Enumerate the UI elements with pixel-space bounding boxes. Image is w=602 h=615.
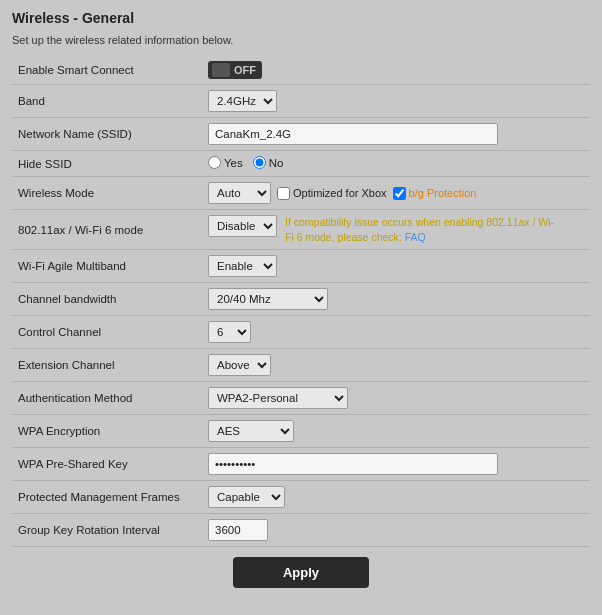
hide-ssid-control: Yes No [202, 151, 590, 177]
channel-bw-select[interactable]: 20/40 Mhz 20 Mhz 40 Mhz [208, 288, 328, 310]
auth-method-select[interactable]: WPA2-Personal WPA-Personal Open System [208, 387, 348, 409]
control-channel-label: Control Channel [12, 316, 202, 349]
ssid-control [202, 118, 590, 151]
page-subtitle: Set up the wireless related information … [12, 34, 590, 46]
band-select[interactable]: 2.4GHz 5GHz [208, 90, 277, 112]
hide-ssid-no-radio[interactable] [253, 156, 266, 169]
wireless-general-page: Wireless - General Set up the wireless r… [0, 0, 602, 615]
pmf-select[interactable]: Capable Disable Required [208, 486, 285, 508]
wifi6-warning: If compatibility issue occurs when enabl… [285, 215, 555, 244]
extension-channel-row: Extension Channel Above Below [12, 349, 590, 382]
pmf-label: Protected Management Frames [12, 481, 202, 514]
channel-bw-label: Channel bandwidth [12, 283, 202, 316]
toggle-thumb [212, 63, 230, 77]
group-key-control [202, 514, 590, 547]
wpa-key-control [202, 448, 590, 481]
bg-protection-text: b/g Protection [409, 187, 477, 199]
wifi-agile-select[interactable]: Enable Disable [208, 255, 277, 277]
hide-ssid-yes-radio[interactable] [208, 156, 221, 169]
control-channel-row: Control Channel 12345 67891011 [12, 316, 590, 349]
wpa-key-label: WPA Pre-Shared Key [12, 448, 202, 481]
channel-bw-control: 20/40 Mhz 20 Mhz 40 Mhz [202, 283, 590, 316]
wifi6-controls: Disable Enable If compatibility issue oc… [208, 215, 555, 244]
extension-channel-label: Extension Channel [12, 349, 202, 382]
apply-bar: Apply [12, 557, 590, 588]
wpa-encryption-select[interactable]: AES TKIP AES+TKIP [208, 420, 294, 442]
group-key-input[interactable] [208, 519, 268, 541]
wifi-agile-row: Wi-Fi Agile Multiband Enable Disable [12, 250, 590, 283]
wpa-encryption-label: WPA Encryption [12, 415, 202, 448]
band-row: Band 2.4GHz 5GHz [12, 85, 590, 118]
hide-ssid-label: Hide SSID [12, 151, 202, 177]
wireless-mode-control: Auto N only B/G/N Optimized for Xbox b/g… [202, 177, 590, 210]
group-key-label: Group Key Rotation Interval [12, 514, 202, 547]
wireless-mode-row: Wireless Mode Auto N only B/G/N Optimize… [12, 177, 590, 210]
wpa-encryption-control: AES TKIP AES+TKIP [202, 415, 590, 448]
hide-ssid-no-label: No [269, 157, 284, 169]
hide-ssid-radio-group: Yes No [208, 156, 283, 169]
ssid-row: Network Name (SSID) [12, 118, 590, 151]
bg-protection-label[interactable]: b/g Protection [393, 187, 477, 200]
control-channel-control: 12345 67891011 [202, 316, 590, 349]
faq-link[interactable]: FAQ [405, 231, 426, 243]
wireless-mode-controls: Auto N only B/G/N Optimized for Xbox b/g… [208, 182, 476, 204]
auth-method-control: WPA2-Personal WPA-Personal Open System [202, 382, 590, 415]
wifi-agile-label: Wi-Fi Agile Multiband [12, 250, 202, 283]
smart-connect-label: Enable Smart Connect [12, 56, 202, 85]
wpa-key-row: WPA Pre-Shared Key [12, 448, 590, 481]
wpa-encryption-row: WPA Encryption AES TKIP AES+TKIP [12, 415, 590, 448]
auth-method-label: Authentication Method [12, 382, 202, 415]
toggle-off-label: OFF [234, 64, 256, 76]
hide-ssid-row: Hide SSID Yes No [12, 151, 590, 177]
auth-method-row: Authentication Method WPA2-Personal WPA-… [12, 382, 590, 415]
wireless-mode-label: Wireless Mode [12, 177, 202, 210]
channel-bw-row: Channel bandwidth 20/40 Mhz 20 Mhz 40 Mh… [12, 283, 590, 316]
wireless-mode-select[interactable]: Auto N only B/G/N [208, 182, 271, 204]
ssid-input[interactable] [208, 123, 498, 145]
band-label: Band [12, 85, 202, 118]
smart-connect-toggle[interactable]: OFF [208, 61, 262, 79]
ssid-label: Network Name (SSID) [12, 118, 202, 151]
control-channel-select[interactable]: 12345 67891011 [208, 321, 251, 343]
hide-ssid-yes[interactable]: Yes [208, 156, 243, 169]
optimized-xbox-label[interactable]: Optimized for Xbox [277, 187, 387, 200]
wifi6-label: 802.11ax / Wi-Fi 6 mode [12, 210, 202, 250]
band-control: 2.4GHz 5GHz [202, 85, 590, 118]
bg-protection-checkbox[interactable] [393, 187, 406, 200]
hide-ssid-no[interactable]: No [253, 156, 284, 169]
page-title: Wireless - General [12, 10, 590, 26]
extension-channel-control: Above Below [202, 349, 590, 382]
smart-connect-control: OFF [202, 56, 590, 85]
pmf-control: Capable Disable Required [202, 481, 590, 514]
pmf-row: Protected Management Frames Capable Disa… [12, 481, 590, 514]
apply-button[interactable]: Apply [233, 557, 369, 588]
wpa-key-input[interactable] [208, 453, 498, 475]
group-key-row: Group Key Rotation Interval [12, 514, 590, 547]
wifi6-select[interactable]: Disable Enable [208, 215, 277, 237]
settings-table: Enable Smart Connect OFF Band 2.4GHz 5GH… [12, 56, 590, 547]
optimized-xbox-checkbox[interactable] [277, 187, 290, 200]
smart-connect-row: Enable Smart Connect OFF [12, 56, 590, 85]
hide-ssid-yes-label: Yes [224, 157, 243, 169]
extension-channel-select[interactable]: Above Below [208, 354, 271, 376]
optimized-xbox-text: Optimized for Xbox [293, 187, 387, 199]
wifi6-row: 802.11ax / Wi-Fi 6 mode Disable Enable I… [12, 210, 590, 250]
wifi-agile-control: Enable Disable [202, 250, 590, 283]
wifi6-control: Disable Enable If compatibility issue oc… [202, 210, 590, 250]
